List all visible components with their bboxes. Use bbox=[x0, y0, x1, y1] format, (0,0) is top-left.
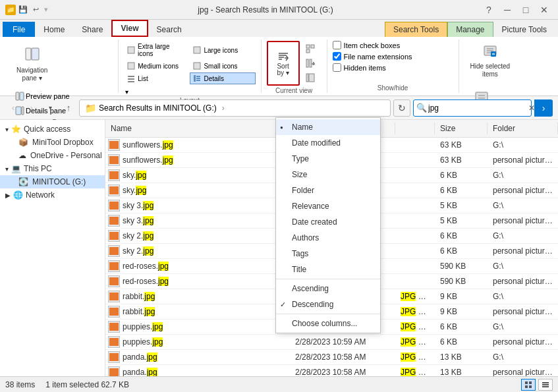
svg-rect-10 bbox=[128, 76, 134, 77]
table-row[interactable]: panda.jpg 2/28/2023 10:58 AM JPG File 13… bbox=[105, 365, 558, 376]
tab-search-tools[interactable]: Search Tools bbox=[385, 22, 447, 37]
details-btn[interactable]: Details bbox=[190, 72, 255, 84]
navigation-pane-icon bbox=[24, 46, 40, 65]
show-hide-checkboxes: Item check boxes File name extensions Hi… bbox=[333, 41, 412, 72]
sort-menu-size[interactable]: Size bbox=[276, 167, 380, 182]
tab-share[interactable]: Share bbox=[73, 22, 111, 37]
file-size: 5 KB bbox=[435, 215, 488, 227]
sort-menu-type[interactable]: Type bbox=[276, 151, 380, 167]
svg-rect-3 bbox=[20, 92, 24, 100]
sort-menu-title[interactable]: Title bbox=[276, 262, 380, 277]
medium-icons-btn[interactable]: Medium icons bbox=[124, 60, 189, 72]
large-icons-label: Large icons bbox=[204, 47, 238, 54]
column-size[interactable]: Size bbox=[435, 123, 488, 134]
item-checkboxes-input[interactable] bbox=[333, 41, 341, 49]
navigation-pane-button[interactable]: Navigationpane ▾ bbox=[11, 41, 53, 87]
file-name: sunflowers.jpg bbox=[123, 155, 173, 165]
add-columns-button[interactable] bbox=[301, 57, 320, 70]
add-columns-icon bbox=[306, 59, 315, 68]
file-type: JPG File bbox=[395, 336, 435, 348]
tab-picture-tools[interactable]: Picture Tools bbox=[493, 22, 555, 37]
sort-menu-name[interactable]: Name bbox=[276, 119, 380, 135]
svg-rect-23 bbox=[311, 45, 314, 48]
column-folder[interactable]: Folder bbox=[488, 123, 558, 134]
table-row[interactable]: panda.jpg 2/28/2023 10:58 AM JPG File 13… bbox=[105, 350, 558, 365]
file-extensions-toggle[interactable]: File name extensions bbox=[333, 52, 412, 61]
view-toggle-buttons bbox=[521, 379, 553, 391]
file-name-cell: sky 3.jpg bbox=[105, 213, 290, 228]
search-input[interactable] bbox=[428, 103, 527, 113]
sidebar-item-minitool-g[interactable]: 💽 MINITOOL (G:) bbox=[0, 175, 105, 188]
sidebar-item-onedrive[interactable]: ☁ OneDrive - Personal bbox=[0, 149, 105, 162]
sidebar-item-this-pc[interactable]: ▾ 💻 This PC bbox=[0, 162, 105, 175]
maximize-button[interactable]: □ bbox=[517, 1, 534, 18]
size-columns-button[interactable] bbox=[301, 71, 320, 84]
quick-access-undo[interactable]: ↩ bbox=[33, 5, 39, 14]
file-thumb bbox=[108, 169, 120, 181]
large-icons-btn[interactable]: Large icons bbox=[190, 41, 255, 59]
file-name: sky 3.jpg bbox=[123, 201, 153, 210]
sort-menu-tags[interactable]: Tags bbox=[276, 246, 380, 262]
file-thumb bbox=[108, 336, 120, 348]
sidebar-item-quick-access[interactable]: ▾ ⭐ Quick access bbox=[0, 123, 105, 136]
back-button[interactable]: ‹ bbox=[5, 100, 21, 116]
help-button[interactable]: ? bbox=[480, 1, 497, 18]
hidden-items-toggle[interactable]: Hidden items bbox=[333, 63, 412, 72]
file-name: rabbit.jpg bbox=[123, 292, 155, 301]
group-by-button[interactable] bbox=[301, 42, 320, 55]
sort-by-button[interactable]: Sortby ▾ bbox=[267, 41, 300, 86]
file-extensions-input[interactable] bbox=[333, 52, 341, 61]
sort-menu-folder[interactable]: Folder bbox=[276, 182, 380, 198]
layout-more-btn[interactable]: ▾ bbox=[124, 87, 128, 96]
sort-menu-choose-columns[interactable]: Choose columns... bbox=[276, 316, 380, 331]
sidebar-item-network[interactable]: ▶ 🌐 Network bbox=[0, 188, 105, 202]
svg-rect-43 bbox=[529, 385, 532, 388]
list-btn[interactable]: List bbox=[124, 72, 189, 84]
tab-manage[interactable]: Manage bbox=[447, 22, 493, 37]
sort-menu-date-modified[interactable]: Date modified bbox=[276, 135, 380, 151]
column-type[interactable] bbox=[395, 123, 435, 134]
file-size: 6 KB bbox=[435, 184, 488, 196]
minimize-button[interactable]: ─ bbox=[499, 1, 516, 18]
forward-button[interactable]: › bbox=[24, 100, 40, 116]
extra-large-icons-btn[interactable]: Extra large icons bbox=[124, 41, 189, 59]
file-extensions-label: File name extensions bbox=[344, 53, 412, 61]
item-checkboxes-toggle[interactable]: Item check boxes bbox=[333, 41, 412, 49]
sort-menu-ascending[interactable]: Ascending bbox=[276, 281, 380, 296]
svg-rect-0 bbox=[26, 48, 31, 60]
sort-menu-authors[interactable]: Authors bbox=[276, 230, 380, 246]
tab-search[interactable]: Search bbox=[148, 22, 190, 37]
details-view-button[interactable] bbox=[538, 379, 553, 391]
file-folder: personal pictures (… bbox=[488, 154, 558, 166]
file-size: 6 KB bbox=[435, 169, 488, 181]
up-button[interactable]: ↑ bbox=[61, 100, 76, 116]
tab-view[interactable]: View bbox=[111, 20, 148, 37]
quick-access-save[interactable]: 💾 bbox=[18, 5, 28, 14]
svg-rect-29 bbox=[306, 74, 308, 82]
item-checkboxes-label: Item check boxes bbox=[344, 42, 401, 49]
file-size: 9 KB bbox=[435, 291, 488, 302]
sort-menu-descending[interactable]: Descending bbox=[276, 296, 380, 312]
file-name-cell: red-roses.jpg bbox=[105, 274, 290, 289]
close-button[interactable]: ✕ bbox=[536, 1, 553, 18]
refresh-button[interactable]: ↻ bbox=[393, 99, 410, 117]
tab-home[interactable]: Home bbox=[35, 22, 73, 37]
column-name[interactable]: Name bbox=[105, 123, 290, 134]
network-label: Network bbox=[26, 190, 55, 200]
sidebar-item-minitool-dropbox[interactable]: 📦 MiniTool Dropbox bbox=[0, 136, 105, 149]
file-type: JPG File bbox=[395, 321, 435, 333]
hidden-items-input[interactable] bbox=[333, 63, 341, 72]
sort-menu-relevance[interactable]: Relevance bbox=[276, 198, 380, 214]
hide-selected-button[interactable]: Hide selecteditems bbox=[464, 41, 516, 80]
file-type: JPG File bbox=[395, 366, 435, 376]
small-icons-btn[interactable]: Small icons bbox=[190, 60, 255, 72]
file-type: JPG File bbox=[395, 351, 435, 363]
file-size: 63 KB bbox=[435, 154, 488, 166]
table-row[interactable]: puppies.jpg 2/28/2023 10:59 AM JPG File … bbox=[105, 335, 558, 350]
sort-menu-date-created[interactable]: Date created bbox=[276, 214, 380, 230]
recent-locations-button[interactable]: ▾ bbox=[42, 100, 58, 116]
tab-file[interactable]: File bbox=[3, 22, 35, 37]
search-go-button[interactable]: › bbox=[534, 99, 553, 117]
grid-view-button[interactable] bbox=[521, 379, 536, 391]
address-bar[interactable]: 📁 Search Results in MINITOOL (G:) › bbox=[79, 99, 391, 117]
